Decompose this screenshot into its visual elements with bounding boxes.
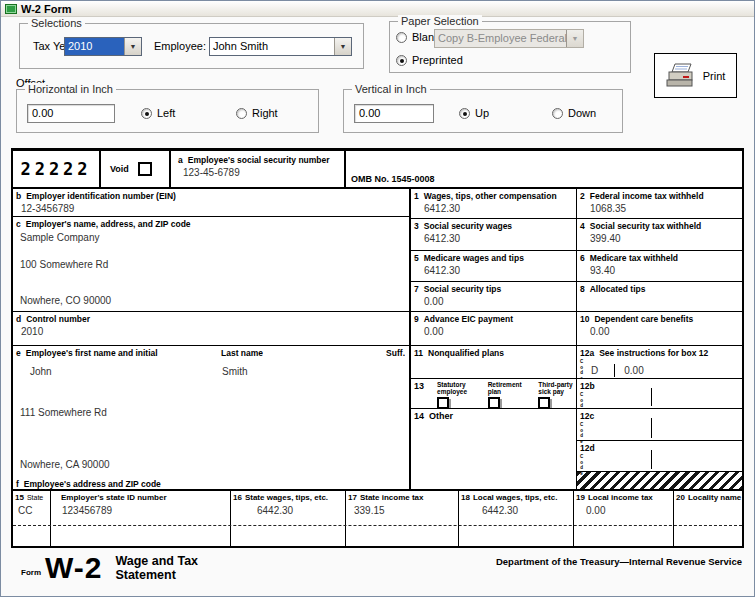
- box-value: 6412.30: [411, 231, 576, 244]
- box-4: 4Social security tax withheld 399.40: [577, 219, 742, 250]
- form-row-3-4: 3Social security wages 6412.30 4Social s…: [411, 219, 742, 251]
- box-11: 11Nonqualified plans: [411, 346, 577, 378]
- box-number: 12d: [580, 443, 595, 453]
- vertical-offset-input[interactable]: 0.00: [354, 104, 434, 123]
- omb-box: OMB No. 1545-0008: [346, 151, 742, 187]
- ein-value: 12-3456789: [13, 201, 409, 214]
- box-label: Other: [429, 411, 453, 421]
- box-label: Local income tax: [588, 493, 653, 502]
- box-9: 9Advance EIC payment 0.00: [411, 312, 577, 345]
- box-value: 6442.30: [459, 502, 573, 516]
- form-right-column: 1Wages, tips, other compensation 6412.30…: [411, 189, 742, 489]
- up-radio[interactable]: Up: [459, 107, 489, 119]
- box-number: 18: [461, 493, 470, 502]
- box-number: 12b: [580, 381, 595, 391]
- window-title: W-2 Form: [21, 3, 72, 15]
- box-8: 8Allocated tips: [577, 282, 742, 311]
- form-footer: Form W-2 Wage and Tax Statement Departme…: [11, 552, 744, 584]
- box-value: 0.00: [574, 502, 673, 516]
- box-number: 20: [676, 493, 685, 502]
- control-number-value: 2010: [13, 324, 409, 337]
- box-f-address: fEmployee's address and ZIP code: [13, 479, 409, 489]
- box-label: State wages, tips, etc.: [245, 493, 328, 502]
- box-value: 1068.35: [577, 201, 742, 214]
- box-number: 14: [414, 411, 424, 421]
- box-1: 1Wages, tips, other compensation 6412.30: [411, 189, 577, 218]
- box-b-label: Employer identification number (EIN): [26, 191, 176, 201]
- box-b-ein: bEmployer identification number (EIN) 12…: [13, 189, 409, 217]
- copy-type-value: Copy B-Employee Federal: [435, 30, 566, 47]
- app-icon: [5, 4, 17, 14]
- copy-type-select: Copy B-Employee Federal ▼: [434, 29, 584, 48]
- box-number: 16: [233, 493, 242, 502]
- employer-name: Sample Company: [20, 232, 99, 243]
- box-label: See instructions for box 12: [599, 348, 708, 358]
- right-radio[interactable]: Right: [236, 107, 278, 119]
- box-label: Medicare wages and tips: [424, 253, 524, 263]
- void-checkbox: [138, 162, 152, 176]
- left-radio-label: Left: [157, 107, 175, 119]
- form-row-11-12a: 11Nonqualified plans 12aSee instructions…: [411, 346, 742, 379]
- form-title-line1: Wage and Tax: [115, 554, 198, 568]
- radio-circle-icon: [396, 55, 407, 66]
- void-label: Void: [110, 164, 129, 174]
- treasury-department-text: Department of the Treasury—Internal Reve…: [496, 556, 744, 567]
- box-12b: 12b Code: [577, 379, 742, 408]
- print-button[interactable]: Print: [654, 53, 737, 98]
- box-c-letter: c: [16, 219, 21, 229]
- statutory-employee-item: Statutory employee: [437, 381, 475, 408]
- down-radio[interactable]: Down: [552, 107, 596, 119]
- chevron-down-icon[interactable]: ▼: [334, 38, 351, 55]
- form-title: Wage and Tax Statement: [115, 554, 198, 582]
- form-row-13-12b: 13 Statutory employee Retirement plan Th…: [411, 379, 742, 409]
- form-number: W-2: [45, 552, 102, 584]
- employee-label: Employee:: [154, 40, 206, 52]
- employer-street: 100 Somewhere Rd: [20, 259, 108, 270]
- horizontal-offset-input[interactable]: 0.00: [27, 104, 115, 123]
- divider: [651, 450, 652, 469]
- box-number: 12c: [580, 411, 594, 421]
- box-14: 14Other: [411, 409, 577, 489]
- box-a-label: Employee's social security number: [188, 155, 330, 165]
- box-value: 339.15: [346, 502, 458, 516]
- form-row-1-2: 1Wages, tips, other compensation 6412.30…: [411, 189, 742, 219]
- box-label: Allocated tips: [590, 284, 646, 294]
- box-c-label: Employer's name, address, and ZIP code: [26, 219, 191, 229]
- box-number: 11: [414, 348, 423, 358]
- box-b-letter: b: [16, 191, 21, 201]
- w2-form-window: W-2 Form Selections Tax Year 2010 ▼ Empl…: [0, 0, 755, 597]
- box-c-employer: cEmployer's name, address, and ZIP code …: [13, 217, 409, 312]
- box-label: Dependent care benefits: [594, 314, 693, 324]
- control-code-box: 22222: [13, 151, 101, 187]
- vertical-offset-group-label: Vertical in Inch: [352, 83, 430, 95]
- left-radio[interactable]: Left: [141, 107, 175, 119]
- tax-year-select[interactable]: 2010 ▼: [64, 37, 142, 56]
- form-word: Form: [21, 568, 41, 577]
- radio-circle-icon: [141, 108, 152, 119]
- box-label: State: [27, 494, 43, 501]
- third-party-sick-pay-checkbox: [538, 397, 550, 408]
- blank-radio[interactable]: Blank: [396, 31, 440, 43]
- box-label: Employer's state ID number: [61, 493, 167, 502]
- box-number: 8: [580, 284, 585, 294]
- third-party-sick-pay-label: Third-party sick pay: [538, 381, 576, 395]
- chevron-down-icon[interactable]: ▼: [124, 38, 141, 55]
- state-local-row: 15State CC Employer's state ID number 12…: [13, 489, 742, 546]
- paper-selection-group-label: Paper Selection: [398, 15, 482, 27]
- form-row-9-10: 9Advance EIC payment 0.00 10Dependent ca…: [411, 312, 742, 346]
- preprinted-radio-label: Preprinted: [412, 54, 463, 66]
- title-bar[interactable]: W-2 Form: [1, 1, 754, 17]
- box-number: 15: [15, 493, 24, 502]
- preprinted-radio[interactable]: Preprinted: [396, 54, 463, 66]
- box-e-letter: e: [16, 348, 21, 358]
- last-name-label: Last name: [218, 346, 263, 358]
- box-value: 6442.30: [231, 502, 345, 516]
- form-row-7-8: 7Social security tips 0.00 8Allocated ti…: [411, 282, 742, 312]
- employee-select[interactable]: John Smith ▼: [209, 37, 352, 56]
- box-a-letter: a: [178, 155, 183, 165]
- form-left-column: bEmployer identification number (EIN) 12…: [13, 189, 411, 489]
- box-e-label: Employee's first name and initial: [26, 348, 158, 358]
- horizontal-offset-group-label: Horizontal in Inch: [25, 83, 116, 95]
- employee-value: John Smith: [210, 38, 334, 55]
- box-19: 19Local income tax 0.00: [574, 491, 674, 546]
